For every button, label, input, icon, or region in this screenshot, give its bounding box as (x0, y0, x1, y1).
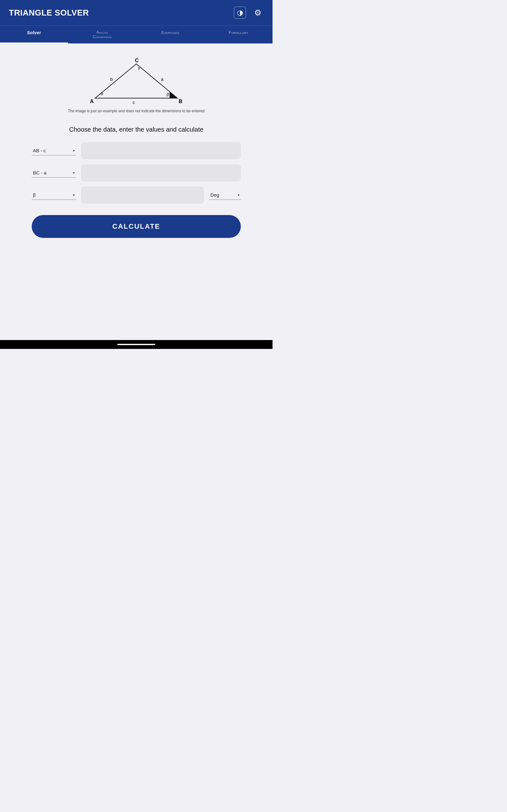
row1-dropdown-wrapper: AB - c BC - a AC - b ▾ (32, 146, 76, 155)
svg-text:B: B (179, 99, 182, 104)
row2-dropdown-wrapper: BC - a AB - c AC - b ▾ (32, 168, 76, 177)
gear-icon: ⚙ (254, 8, 262, 18)
angle-unit-select[interactable]: Deg Rad Grad (209, 190, 241, 200)
row3-value-input[interactable] (81, 187, 204, 204)
svg-text:A: A (90, 99, 94, 104)
tab-formulary[interactable]: Formulary (205, 26, 273, 44)
theme-toggle-button[interactable]: ◑ (234, 7, 246, 19)
row2-side-select[interactable]: BC - a AB - c AC - b (32, 168, 76, 177)
app-header: TRIANGLE SOLVER ◑ ⚙ (0, 0, 273, 26)
form-row-3: β α γ ▾ Deg Rad Grad ▾ (32, 187, 241, 204)
deg-dropdown-wrapper: Deg Rad Grad ▾ (209, 190, 241, 200)
tab-bar: Solver AnglesConversion Exercises Formul… (0, 26, 273, 44)
row3-angle-select[interactable]: β α γ (32, 190, 76, 200)
triangle-svg: A B C c a b α β γ (86, 56, 187, 107)
tab-exercises[interactable]: Exercises (136, 26, 205, 44)
header-icons: ◑ ⚙ (234, 7, 264, 19)
form-row-1: AB - c BC - a AC - b ▾ (32, 142, 241, 159)
row3-dropdown-wrapper: β α γ ▾ (32, 190, 76, 200)
form-row-2: BC - a AB - c AC - b ▾ (32, 164, 241, 182)
svg-text:a: a (161, 77, 164, 82)
svg-text:α: α (101, 91, 103, 96)
bottom-bar (0, 340, 273, 349)
triangle-diagram: A B C c a b α β γ The image is just an e… (68, 56, 205, 113)
calculate-button[interactable]: CALCULATE (32, 215, 241, 238)
home-indicator (117, 344, 155, 345)
svg-text:β: β (166, 92, 169, 97)
settings-button[interactable]: ⚙ (251, 7, 264, 19)
row1-side-select[interactable]: AB - c BC - a AC - b (32, 146, 76, 155)
row1-value-input[interactable] (81, 142, 241, 159)
form-area: AB - c BC - a AC - b ▾ BC - a AB - c AC … (32, 142, 241, 209)
svg-text:c: c (132, 100, 135, 105)
svg-text:C: C (135, 58, 139, 63)
svg-text:b: b (110, 77, 113, 82)
tab-solver[interactable]: Solver (0, 26, 68, 44)
main-content: A B C c a b α β γ The image is just an e… (0, 44, 273, 340)
svg-marker-0 (95, 64, 177, 98)
instruction-text: Choose the data, enter the values and ca… (69, 126, 204, 133)
svg-marker-1 (170, 92, 177, 98)
diagram-caption: The image is just an example and does no… (68, 109, 205, 113)
tab-angles-conversion[interactable]: AnglesConversion (68, 26, 136, 44)
theme-icon: ◑ (237, 9, 243, 17)
row2-value-input[interactable] (81, 164, 241, 182)
app-title: TRIANGLE SOLVER (9, 8, 89, 18)
